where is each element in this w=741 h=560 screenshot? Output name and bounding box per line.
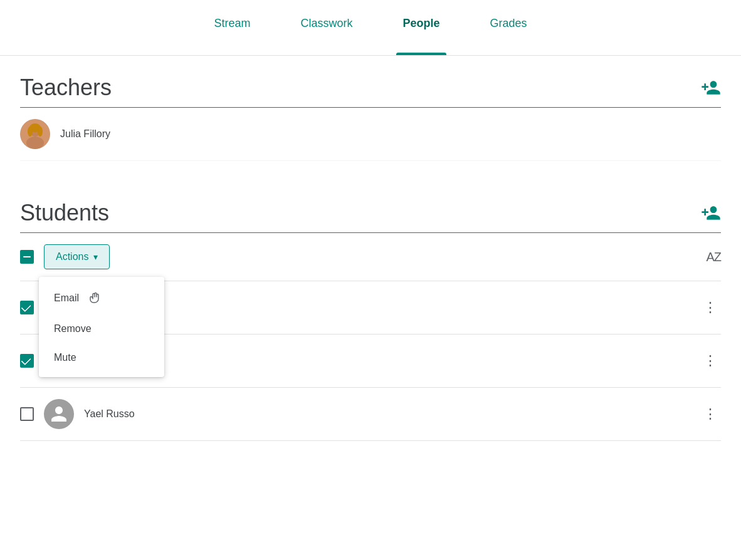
select-all-checkbox[interactable] <box>20 250 34 264</box>
student-name-s3: Yael Russo <box>84 408 690 420</box>
student-name-s2: ...iff <box>84 355 690 366</box>
email-label: Email <box>54 293 79 304</box>
svg-point-2 <box>26 137 44 149</box>
dropdown-item-mute[interactable]: Mute <box>39 343 164 372</box>
teacher-avatar <box>20 119 50 149</box>
teacher-name: Julia Fillory <box>60 128 721 140</box>
teachers-section: Teachers Julia Fillory <box>0 56 741 161</box>
students-controls: Actions ▾ AZ Email Remove Mute <box>20 233 721 281</box>
student-more-button-s1[interactable]: ⋮ <box>700 296 721 319</box>
remove-label: Remove <box>54 323 92 334</box>
add-teacher-button[interactable] <box>701 78 721 98</box>
dropdown-item-email[interactable]: Email <box>39 282 164 314</box>
students-title: Students <box>20 200 109 226</box>
svg-point-5 <box>38 127 43 137</box>
tab-grades[interactable]: Grades <box>484 0 533 55</box>
dropdown-item-remove[interactable]: Remove <box>39 314 164 343</box>
tab-people[interactable]: People <box>396 0 446 55</box>
student-row: Yael Russo ⋮ <box>20 388 721 441</box>
student-checkbox-s1[interactable] <box>20 301 34 314</box>
student-more-button-s2[interactable]: ⋮ <box>700 349 721 373</box>
student-more-button-s3[interactable]: ⋮ <box>700 402 721 426</box>
students-header: Students <box>20 181 721 232</box>
students-section: Students Actions ▾ AZ Email <box>0 181 741 441</box>
student-checkbox-s3[interactable] <box>20 407 34 421</box>
student-avatar-s3 <box>44 399 74 429</box>
teacher-row: Julia Fillory <box>20 108 721 161</box>
sort-az-button[interactable]: AZ <box>706 250 721 264</box>
student-checkbox-s2[interactable] <box>20 354 34 368</box>
tab-classwork[interactable]: Classwork <box>294 0 359 55</box>
student-name-s1: ...Callam <box>84 302 690 313</box>
actions-dropdown: Email Remove Mute <box>39 277 164 377</box>
svg-point-4 <box>28 127 33 137</box>
hand-cursor-icon <box>88 291 103 306</box>
nav-bar: Stream Classwork People Grades <box>0 0 741 56</box>
actions-button[interactable]: Actions ▾ <box>44 244 110 269</box>
teachers-header: Teachers <box>20 56 721 107</box>
tab-stream[interactable]: Stream <box>208 0 256 55</box>
actions-label: Actions <box>56 251 88 262</box>
chevron-down-icon: ▾ <box>93 252 98 262</box>
add-student-button[interactable] <box>701 203 721 223</box>
teachers-title: Teachers <box>20 75 112 101</box>
nav-tabs: Stream Classwork People Grades <box>208 0 533 55</box>
mute-label: Mute <box>54 352 76 363</box>
